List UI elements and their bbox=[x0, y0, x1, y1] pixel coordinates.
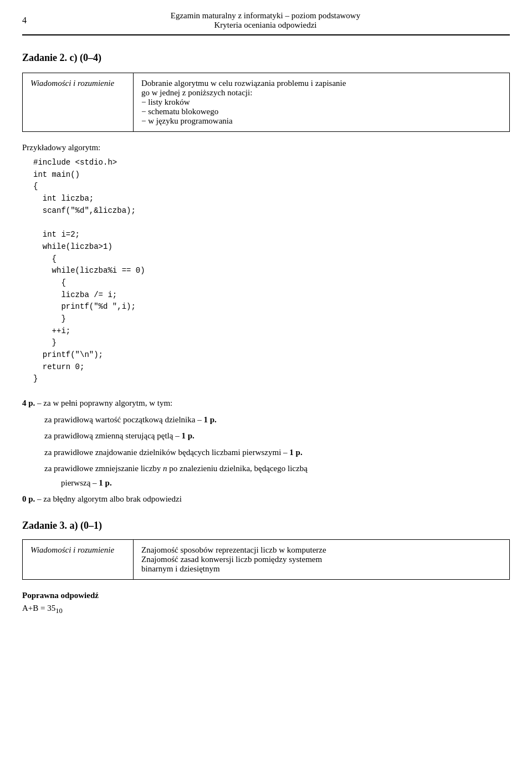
p0-text: – za błędny algorytm albo brak odpowiedz… bbox=[37, 494, 182, 503]
p4-item4-pre: za prawidłowe zmniejszanie liczby bbox=[44, 464, 161, 473]
answer-label: Poprawna odpowiedź bbox=[22, 591, 510, 600]
p4-item4-bold: 1 p. bbox=[99, 478, 111, 487]
col2-line2: go w jednej z poniższych notacji: bbox=[141, 88, 252, 97]
p4-item2-bold: 1 p. bbox=[181, 431, 194, 440]
zadanie2c-col1: Wiadomości i rozumienie bbox=[23, 73, 134, 132]
p4-item1-pre: za prawidłową wartość początkową dzielni… bbox=[44, 415, 202, 424]
answer-text: A+B = 35 bbox=[22, 604, 55, 612]
col2-item1: − listy kroków bbox=[141, 98, 190, 106]
zadanie3a-col2-line2: Znajomość zasad konwersji liczb pomiędzy… bbox=[141, 555, 322, 564]
zadanie2c-title: Zadanie 2. c) (0–4) bbox=[22, 52, 510, 64]
header-line1: Egzamin maturalny z informatyki – poziom… bbox=[171, 11, 360, 21]
points-section: 4 p. – za w pełni poprawny algorytm, w t… bbox=[22, 396, 510, 507]
zadanie3a-col2-line3: binarnym i dziesiętnym bbox=[141, 564, 220, 573]
example-label: Przykładowy algorytm: bbox=[22, 143, 510, 152]
zadanie2c-col2: Dobranie algorytmu w celu rozwiązania pr… bbox=[134, 73, 510, 132]
p4-item4: za prawidłowe zmniejszanie liczby n po z… bbox=[44, 462, 510, 490]
example-label-text: Przykładowy algorytm: bbox=[22, 143, 100, 152]
col2-item2: − schematu blokowego bbox=[141, 107, 218, 116]
col2-line1: Dobranie algorytmu w celu rozwiązania pr… bbox=[141, 79, 346, 88]
zadanie3a-title: Zadanie 3. a) (0–1) bbox=[22, 520, 510, 532]
answer-value: A+B = 3510 bbox=[22, 604, 510, 615]
zadanie3a-col2-line1: Znajomość sposobów reprezentacji liczb w… bbox=[141, 545, 326, 554]
p4-item3: za prawidłowe znajdowanie dzielników będ… bbox=[44, 446, 510, 460]
table-row: Wiadomości i rozumienie Dobranie algoryt… bbox=[23, 73, 510, 132]
p4-item1-bold: 1 p. bbox=[203, 415, 216, 424]
zadanie3a-table: Wiadomości i rozumienie Znajomość sposob… bbox=[22, 539, 510, 580]
page-number: 4 bbox=[22, 16, 27, 25]
p4-item1: za prawidłową wartość początkową dzielni… bbox=[44, 413, 510, 427]
header-line2: Kryteria oceniania odpowiedzi bbox=[171, 21, 360, 30]
p0-line: 0 p. – za błędny algorytm albo brak odpo… bbox=[22, 492, 510, 507]
header-title: Egzamin maturalny z informatyki – poziom… bbox=[171, 11, 360, 30]
p4-item2: za prawidłową zmienną sterującą pętlą – … bbox=[44, 429, 510, 443]
p0-label: 0 p. bbox=[22, 494, 35, 503]
zadanie3a-col1: Wiadomości i rozumienie bbox=[23, 539, 134, 579]
p4-label: 4 p. bbox=[22, 399, 35, 407]
answer-subscript: 10 bbox=[55, 607, 63, 615]
p4-text: – za w pełni poprawny algorytm, w tym: bbox=[37, 399, 172, 407]
table-row: Wiadomości i rozumienie Znajomość sposob… bbox=[23, 539, 510, 579]
p4-item4-end: pierwszą – bbox=[61, 478, 97, 487]
p4-item4-n: n bbox=[163, 464, 167, 473]
code-block: #include <stdio.h> int main() { int licz… bbox=[33, 157, 510, 385]
page-header: 4 Egzamin maturalny z informatyki – pozi… bbox=[22, 11, 510, 35]
p4-item3-bold: 1 p. bbox=[289, 448, 302, 457]
zadanie3a-col2: Znajomość sposobów reprezentacji liczb w… bbox=[134, 539, 510, 579]
p4-line: 4 p. – za w pełni poprawny algorytm, w t… bbox=[22, 396, 510, 411]
p4-item4-mid-text: po znalezieniu dzielnika, będącego liczb… bbox=[169, 464, 307, 473]
zadanie2c-table: Wiadomości i rozumienie Dobranie algoryt… bbox=[22, 73, 510, 132]
p4-item2-pre: za prawidłową zmienną sterującą pętlą – bbox=[44, 431, 180, 440]
p4-item3-pre: za prawidłowe znajdowanie dzielników będ… bbox=[44, 448, 288, 457]
col2-item3: − w języku programowania bbox=[141, 116, 233, 125]
